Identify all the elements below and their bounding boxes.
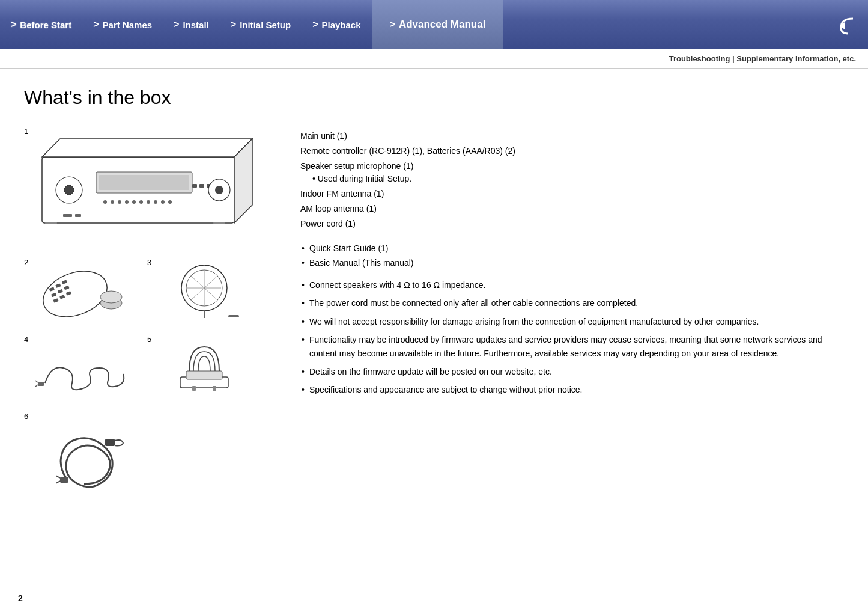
svg-rect-24 (75, 214, 81, 217)
svg-marker-2 (42, 139, 252, 157)
nav-arrow-5: > (312, 19, 318, 30)
note-2-text: The power cord must be connected only af… (309, 298, 638, 308)
svg-rect-23 (63, 214, 72, 217)
page-title: What's in the box (24, 87, 844, 109)
svg-rect-46 (228, 315, 239, 317)
list-item-2: Remote controller (RC-912R) (1), Batteri… (300, 145, 844, 158)
nav-arrow-1: > (11, 19, 16, 30)
left-column: 1 (24, 127, 276, 507)
svg-point-9 (111, 200, 114, 204)
svg-point-17 (168, 200, 172, 204)
svg-rect-52 (192, 386, 196, 391)
fm-antenna-illustration (33, 335, 135, 401)
nav-item-advanced-manual[interactable]: > Advanced Manual (372, 0, 504, 49)
nav-arrow-2: > (93, 19, 99, 30)
main-content: What's in the box 1 (0, 69, 868, 531)
svg-point-14 (147, 200, 150, 204)
mic-illustration (156, 258, 252, 324)
docs-item-1-text: Quick Start Guide (1) (309, 243, 389, 253)
nav-bar: > Before Start > Part Names > Install > … (0, 0, 868, 49)
item-6-container: 6 (24, 412, 276, 498)
list-item-3-sub: • Used during Initial Setup. (312, 173, 844, 185)
nav-item-part-names[interactable]: > Part Names (82, 0, 163, 49)
item-5-container: 5 (147, 335, 258, 403)
svg-rect-26 (213, 222, 225, 224)
remote-illustration (33, 258, 135, 324)
svg-point-11 (125, 200, 129, 204)
row-4-5: 4 5 (24, 335, 276, 403)
item-label-2: 2 (24, 258, 28, 267)
note-4: Functionality may be introduced by firmw… (300, 333, 844, 360)
nav-label-before-start: Before Start (20, 20, 71, 30)
sub-header: Troubleshooting | Supplementary Informat… (0, 49, 868, 69)
svg-rect-53 (213, 386, 216, 391)
note-6-text: Specifications and appearance are subjec… (309, 385, 583, 394)
notes-list: Connect speakers with 4 Ω to 16 Ω impeda… (300, 278, 844, 397)
svg-rect-19 (199, 184, 204, 188)
docs-item-1: Quick Start Guide (1) (300, 242, 844, 255)
svg-rect-7 (99, 175, 189, 190)
item-label-3: 3 (147, 258, 151, 267)
nav-label-install: Install (183, 20, 208, 30)
svg-point-22 (215, 186, 223, 194)
note-3: We will not accept responsibility for da… (300, 315, 844, 328)
list-item-2-text: Remote controller (RC-912R) (1), Batteri… (300, 146, 515, 156)
item-label-6: 6 (24, 412, 28, 421)
power-cord-illustration (33, 412, 135, 496)
svg-rect-18 (192, 184, 197, 188)
svg-rect-51 (186, 371, 222, 379)
svg-point-38 (100, 291, 122, 303)
nav-items: > Before Start > Part Names > Install > … (0, 0, 832, 49)
note-3-text: We will not accept responsibility for da… (309, 317, 759, 326)
nav-item-before-start[interactable]: > Before Start (0, 0, 82, 49)
svg-point-15 (154, 200, 157, 204)
list-item-4-text: Indoor FM antenna (1) (300, 189, 384, 198)
docs-item-2: Basic Manual (This manual) (300, 257, 844, 269)
list-item-5: AM loop antenna (1) (300, 203, 844, 215)
svg-point-5 (64, 185, 74, 195)
receiver-illustration (36, 127, 264, 247)
svg-line-56 (56, 481, 60, 483)
list-item-3-text: Speaker setup microphone (1) (300, 161, 413, 171)
svg-rect-25 (45, 222, 57, 224)
nav-label-advanced-manual: Advanced Manual (399, 19, 486, 31)
note-1-text: Connect speakers with 4 Ω to 16 Ω impeda… (309, 280, 485, 290)
item-label-4: 4 (24, 335, 28, 344)
note-2: The power cord must be connected only af… (300, 296, 844, 310)
docs-item-2-text: Basic Manual (This manual) (309, 258, 414, 268)
svg-point-8 (103, 200, 107, 204)
item-3-container: 3 (147, 258, 252, 326)
nav-item-install[interactable]: > Install (163, 0, 220, 49)
nav-item-initial-setup[interactable]: > Initial Setup (220, 0, 302, 49)
list-item-3: Speaker setup microphone (1) • Used duri… (300, 160, 844, 185)
item-4-container: 4 (24, 335, 135, 403)
svg-line-48 (35, 381, 38, 382)
row-6: 6 (24, 412, 276, 498)
note-1: Connect speakers with 4 Ω to 16 Ω impeda… (300, 278, 844, 292)
nav-arrow-4: > (231, 19, 236, 30)
list-item-4: Indoor FM antenna (1) (300, 188, 844, 200)
svg-point-10 (118, 200, 121, 204)
svg-line-55 (56, 476, 60, 478)
back-button[interactable] (832, 10, 862, 40)
svg-point-13 (139, 200, 143, 204)
row-2-3: 2 (24, 258, 276, 326)
svg-rect-47 (38, 382, 44, 386)
nav-label-part-names: Part Names (103, 20, 153, 30)
list-item-1: Main unit (1) (300, 130, 844, 142)
right-column: Main unit (1) Remote controller (RC-912R… (300, 127, 844, 507)
nav-arrow-6: > (390, 19, 395, 30)
list-item-5-text: AM loop antenna (1) (300, 204, 377, 213)
sub-header-text: Troubleshooting | Supplementary Informat… (669, 54, 856, 63)
nav-item-playback[interactable]: > Playback (302, 0, 371, 49)
item-label-5: 5 (147, 335, 151, 344)
item-2-container: 2 (24, 258, 135, 326)
am-antenna-illustration (156, 335, 258, 401)
nav-label-playback: Playback (322, 20, 361, 30)
docs-list: Quick Start Guide (1) Basic Manual (This… (300, 242, 844, 269)
list-item-1-text: Main unit (1) (300, 131, 347, 141)
svg-line-49 (35, 385, 38, 387)
svg-rect-57 (105, 439, 115, 446)
svg-point-12 (132, 200, 136, 204)
list-item-6-text: Power cord (1) (300, 219, 356, 228)
